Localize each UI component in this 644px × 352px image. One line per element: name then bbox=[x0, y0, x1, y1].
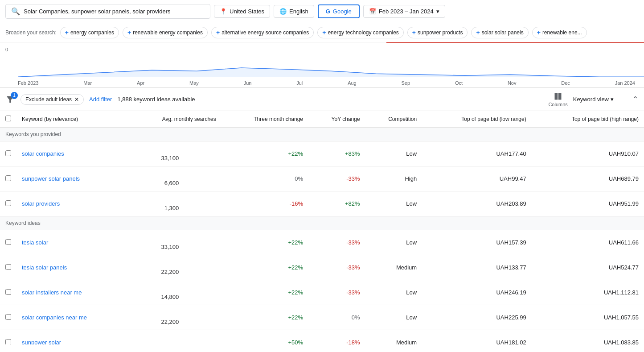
bid-low-cell: UAH133.77 bbox=[422, 255, 532, 280]
collapse-button[interactable]: ⌃ bbox=[632, 95, 639, 104]
trend-chart bbox=[18, 52, 644, 79]
competition-cell: Low bbox=[365, 191, 422, 216]
chip-label: solar solar panels bbox=[482, 29, 524, 36]
bid-low-header: Top of page bid (low range) bbox=[422, 111, 532, 128]
keyword-link[interactable]: sunpower solar bbox=[22, 339, 61, 344]
keyword-link[interactable]: solar providers bbox=[22, 200, 60, 207]
row-checkbox-cell[interactable] bbox=[0, 166, 16, 191]
competition-cell: Low bbox=[365, 305, 422, 330]
competition-cell: Low bbox=[365, 280, 422, 305]
broaden-search-bar: Broaden your search: + energy companies … bbox=[0, 23, 644, 42]
chevron-down-icon: ▾ bbox=[611, 96, 614, 103]
keyword-cell[interactable]: solar companies bbox=[16, 141, 126, 166]
month-label: Jan 2024 bbox=[615, 80, 635, 86]
month-label: Dec bbox=[561, 80, 570, 86]
row-checkbox-cell[interactable] bbox=[0, 280, 16, 305]
bid-high-cell: UAH1,112.81 bbox=[532, 280, 644, 305]
row-checkbox[interactable] bbox=[5, 289, 11, 295]
table-row: sunpower solar 5,400 +50% -18% Medium UA… bbox=[0, 330, 644, 345]
keyword-link[interactable]: tesla solar bbox=[22, 239, 48, 246]
broaden-chip-solar-panels[interactable]: + solar solar panels bbox=[471, 27, 528, 38]
location-button[interactable]: 📍 United States bbox=[214, 5, 270, 18]
engine-button[interactable]: G Google bbox=[318, 4, 360, 18]
row-checkbox-cell[interactable] bbox=[0, 255, 16, 280]
bid-low-cell: UAH181.02 bbox=[422, 330, 532, 345]
broaden-chip-renewable-more[interactable]: + renewable ene... bbox=[532, 27, 587, 38]
date-range-label: Feb 2023 – Jan 2024 bbox=[379, 8, 434, 15]
keyword-link[interactable]: solar companies near me bbox=[22, 314, 87, 321]
keyword-count: 1,888 keyword ideas available bbox=[117, 96, 543, 103]
keyword-link[interactable]: tesla solar panels bbox=[22, 264, 67, 271]
bid-low-cell: UAH157.39 bbox=[422, 230, 532, 255]
row-checkbox[interactable] bbox=[5, 239, 11, 245]
monthly-searches-cell: 22,200 bbox=[126, 305, 222, 330]
keyword-cell[interactable]: sunpower solar panels bbox=[16, 166, 126, 191]
month-label: Aug bbox=[348, 80, 357, 86]
broaden-chip-sunpower-products[interactable]: + sunpower products bbox=[407, 27, 468, 38]
keyword-cell[interactable]: tesla solar bbox=[16, 230, 126, 255]
row-checkbox-cell[interactable] bbox=[0, 305, 16, 330]
row-checkbox-cell[interactable] bbox=[0, 230, 16, 255]
filter-icon-button[interactable]: 1 bbox=[5, 95, 15, 104]
row-checkbox[interactable] bbox=[5, 314, 11, 320]
month-label: Feb 2023 bbox=[18, 80, 38, 86]
competition-cell: Medium bbox=[365, 330, 422, 345]
row-checkbox-cell[interactable] bbox=[0, 191, 16, 216]
three-month-cell: +22% bbox=[222, 280, 308, 305]
three-month-cell: +22% bbox=[222, 305, 308, 330]
chip-label: sunpower products bbox=[418, 29, 463, 36]
keyword-cell[interactable]: sunpower solar bbox=[16, 330, 126, 345]
select-all-header[interactable] bbox=[0, 111, 16, 128]
row-checkbox[interactable] bbox=[5, 200, 11, 206]
google-icon: G bbox=[326, 8, 330, 15]
close-icon[interactable]: ✕ bbox=[74, 96, 79, 103]
filter-bar: 1 Exclude adult ideas ✕ Add filter 1,888… bbox=[0, 88, 644, 111]
keyword-view-button[interactable]: Keyword view ▾ bbox=[573, 96, 614, 103]
three-month-cell: 0% bbox=[222, 166, 308, 191]
language-button[interactable]: 🌐 English bbox=[274, 5, 314, 18]
plus-icon: + bbox=[127, 29, 131, 36]
search-box[interactable]: 🔍 bbox=[5, 4, 210, 19]
keyword-cell[interactable]: solar installers near me bbox=[16, 280, 126, 305]
keyword-link[interactable]: solar companies bbox=[22, 150, 64, 157]
mini-trend-chart bbox=[180, 171, 216, 185]
location-pin-icon: 📍 bbox=[220, 8, 227, 15]
exclude-adult-chip[interactable]: Exclude adult ideas ✕ bbox=[21, 94, 84, 105]
date-range-button[interactable]: 📅 Feb 2023 – Jan 2024 ▾ bbox=[363, 5, 445, 18]
keyword-link[interactable]: solar installers near me bbox=[22, 289, 82, 296]
monthly-searches-cell: 33,100 bbox=[126, 141, 222, 166]
row-checkbox[interactable] bbox=[5, 175, 11, 181]
add-filter-button[interactable]: Add filter bbox=[89, 96, 112, 103]
keyword-cell[interactable]: solar providers bbox=[16, 191, 126, 216]
broaden-chip-renewable-energy[interactable]: + renewable energy companies bbox=[123, 27, 208, 38]
select-all-checkbox[interactable] bbox=[5, 116, 11, 121]
table-row: solar installers near me 14,800 +22% -33… bbox=[0, 280, 644, 305]
search-input[interactable] bbox=[24, 8, 205, 15]
row-checkbox[interactable] bbox=[5, 264, 11, 270]
row-checkbox[interactable] bbox=[5, 339, 11, 345]
keyword-cell[interactable]: solar companies near me bbox=[16, 305, 126, 330]
mini-trend-chart bbox=[180, 196, 216, 210]
plus-icon: + bbox=[476, 29, 480, 36]
row-checkbox-cell[interactable] bbox=[0, 141, 16, 166]
competition-header: Competition bbox=[365, 111, 422, 128]
broaden-chip-energy-tech[interactable]: + energy technology companies bbox=[317, 27, 404, 38]
columns-button[interactable]: Columns bbox=[548, 92, 567, 107]
monthly-searches-cell: 1,300 bbox=[126, 191, 222, 216]
row-checkbox-cell[interactable] bbox=[0, 330, 16, 345]
section-title: Keywords you provided bbox=[0, 128, 644, 141]
broaden-chip-energy-companies[interactable]: + energy companies bbox=[60, 27, 119, 38]
yoy-cell: +82% bbox=[308, 191, 365, 216]
chart-months: Feb 2023 Mar Apr May Jun Jul Aug Sep Oct… bbox=[18, 80, 644, 87]
month-label: Mar bbox=[83, 80, 92, 86]
mini-trend-chart bbox=[180, 260, 216, 274]
keyword-cell[interactable]: tesla solar panels bbox=[16, 255, 126, 280]
month-label: Apr bbox=[137, 80, 144, 86]
row-checkbox[interactable] bbox=[5, 150, 11, 156]
three-month-cell: +50% bbox=[222, 330, 308, 345]
calendar-icon: 📅 bbox=[369, 8, 376, 15]
columns-label: Columns bbox=[548, 102, 567, 107]
keyword-link[interactable]: sunpower solar panels bbox=[22, 175, 80, 182]
broaden-chip-alternative-energy[interactable]: + alternative energy source companies bbox=[211, 27, 314, 38]
chart-area: 0 Feb 2023 Mar Apr May Jun Jul Aug Sep O… bbox=[0, 43, 644, 88]
